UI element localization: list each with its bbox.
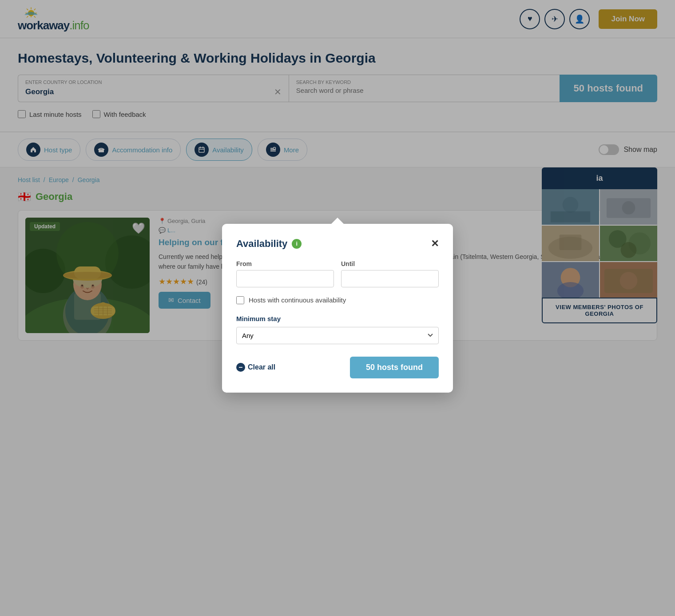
date-row: From Until xyxy=(236,260,439,287)
from-label: From xyxy=(236,260,334,267)
min-stay-section: Minimum stay Any 1 week 2 weeks 1 month xyxy=(236,315,439,344)
clear-all-label: Clear all xyxy=(248,363,275,369)
continuous-availability-row: Hosts with continuous availability xyxy=(236,296,439,304)
availability-popup: Availability i ✕ From Until Hosts with c… xyxy=(222,224,453,369)
popup-title: Availability i xyxy=(236,238,302,250)
until-date-input[interactable] xyxy=(341,270,439,287)
clear-all-button[interactable]: – Clear all xyxy=(236,363,275,369)
min-stay-label: Minimum stay xyxy=(236,315,439,322)
continuous-availability-checkbox[interactable] xyxy=(236,296,244,304)
popup-pointer xyxy=(331,218,344,224)
from-date-field: From xyxy=(236,260,334,287)
popup-close-button[interactable]: ✕ xyxy=(431,238,439,250)
until-label: Until xyxy=(341,260,439,267)
minus-icon: – xyxy=(236,363,245,369)
popup-footer: – Clear all 50 hosts found xyxy=(236,357,439,369)
popup-header: Availability i ✕ xyxy=(236,238,439,250)
until-date-field: Until xyxy=(341,260,439,287)
popup-title-text: Availability xyxy=(236,238,287,250)
min-stay-select[interactable]: Any 1 week 2 weeks 1 month xyxy=(236,327,439,344)
continuous-availability-label: Hosts with continuous availability xyxy=(249,296,346,304)
info-icon[interactable]: i xyxy=(292,239,302,249)
from-date-input[interactable] xyxy=(236,270,334,287)
popup-hosts-found-button[interactable]: 50 hosts found xyxy=(350,357,439,369)
